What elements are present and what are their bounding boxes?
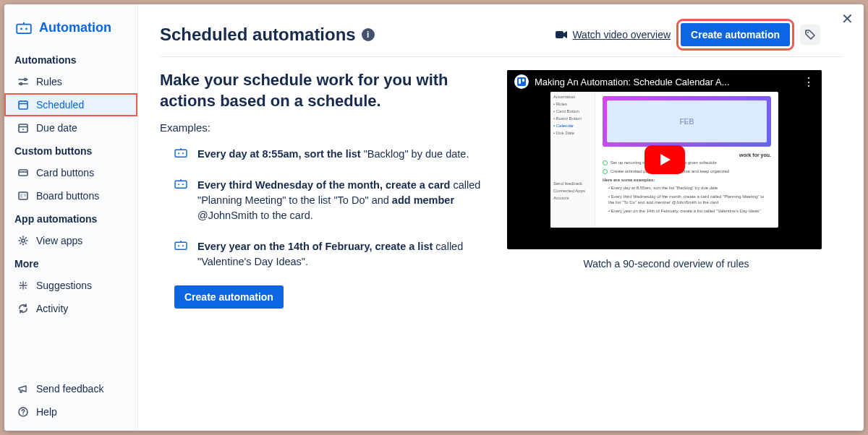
video-preview[interactable]: Automation • Rules • Card Button • Board… [507,70,822,249]
robot-icon [174,179,187,223]
section-app-automations: App automations [4,207,137,229]
example-text: Every third Wednesday of the month, crea… [197,178,485,223]
svg-point-18 [22,239,25,242]
content-left: Make your schedule work for you with act… [160,70,485,309]
svg-rect-6 [19,101,27,109]
kebab-icon[interactable]: ⋮ [803,75,814,89]
svg-point-12 [22,129,24,130]
example-text: Every year on the 14th of February, crea… [197,239,485,270]
divider [160,56,842,57]
sidebar-item-label: Help [36,406,57,418]
video-camera-icon [555,30,568,40]
sidebar: Automation Automations Rules Scheduled D… [4,4,138,431]
watch-video-text[interactable]: Watch video overview [572,29,671,40]
svg-rect-36 [519,79,521,84]
sidebar-item-rules[interactable]: Rules [4,70,137,93]
create-automation-button[interactable]: Create automation [681,23,790,46]
sidebar-item-label: Rules [36,76,62,87]
help-icon [17,406,29,418]
sidebar-item-help[interactable]: Help [4,400,137,423]
sidebar-item-card-buttons[interactable]: Card buttons [4,161,137,184]
video-caption: Watch a 90-second overview of rules [507,258,825,270]
tag-icon[interactable] [800,25,820,45]
sidebar-item-board-buttons[interactable]: Board buttons [4,184,137,207]
example-item: Every third Wednesday of the month, crea… [174,178,485,223]
svg-point-34 [182,245,184,246]
calendar-clock-icon [17,122,29,134]
play-icon[interactable] [644,145,685,174]
svg-rect-23 [175,150,187,157]
sidebar-item-label: View apps [36,235,82,246]
content-right: Automation • Rules • Card Button • Board… [507,70,825,309]
trello-logo-icon [514,74,529,89]
example-text: Every day at 8:55am, sort the list "Back… [197,147,469,162]
svg-point-4 [25,79,27,81]
sidebar-item-scheduled[interactable]: Scheduled [4,93,137,116]
sidebar-item-feedback[interactable]: Send feedback [4,377,137,400]
robot-icon [174,148,187,162]
svg-point-20 [22,414,24,415]
svg-point-2 [20,27,22,30]
example-item: Every year on the 14th of February, crea… [174,239,485,270]
page-header: Scheduled automations i Watch video over… [160,23,842,46]
section-custom-buttons: Custom buttons [4,139,137,161]
refresh-icon [17,303,29,314]
svg-point-3 [25,27,27,30]
svg-point-29 [178,184,179,185]
sidebar-header: Automation [4,14,137,48]
watch-video-link[interactable]: Watch video overview [555,29,671,40]
svg-rect-27 [175,181,187,188]
main-content: ✕ Scheduled automations i Watch video ov… [138,4,864,431]
automation-panel: Automation Automations Rules Scheduled D… [4,4,864,431]
sidebar-item-label: Send feedback [36,383,103,395]
sidebar-item-label: Card buttons [36,167,94,178]
header-actions: Watch video overview Create automation [555,23,820,46]
sidebar-item-due-date[interactable]: Due date [4,116,137,139]
video-subtext: work for you. [603,152,771,158]
sidebar-item-view-apps[interactable]: View apps [4,229,137,252]
video-title: Making An Automation: Schedule Calendar … [535,77,797,87]
sidebar-item-activity[interactable]: Activity [4,297,137,320]
svg-point-26 [182,152,184,154]
example-item: Every day at 8:55am, sort the list "Back… [174,147,485,162]
section-more: More [4,252,137,274]
sidebar-item-label: Scheduled [36,99,84,111]
sidebar-item-suggestions[interactable]: Suggestions [4,274,137,297]
svg-rect-13 [19,170,27,176]
video-banner-text: FEB [680,118,694,126]
examples-label: Examples: [160,121,485,134]
plus-icon [17,280,29,291]
svg-rect-10 [19,124,27,132]
svg-point-22 [807,32,809,33]
sliders-icon [17,76,29,87]
sidebar-item-label: Suggestions [36,280,92,291]
svg-rect-16 [20,194,22,198]
gear-icon [17,235,29,246]
info-icon[interactable]: i [362,28,375,41]
svg-rect-17 [24,194,26,197]
robot-icon [174,241,187,270]
automation-icon [16,22,32,34]
svg-rect-37 [522,79,524,82]
section-automations: Automations [4,48,137,70]
svg-point-25 [178,152,179,154]
content-row: Make your schedule work for you with act… [160,70,842,309]
sidebar-item-label: Board buttons [36,190,99,202]
svg-rect-0 [17,24,31,33]
svg-point-30 [182,184,184,185]
close-icon[interactable]: ✕ [841,12,854,26]
svg-point-5 [20,83,22,85]
svg-rect-35 [517,77,526,86]
megaphone-icon [17,383,29,395]
svg-point-33 [178,245,179,246]
calendar-icon [17,99,29,111]
create-automation-button-secondary[interactable]: Create automation [174,285,284,309]
page-title-text: Scheduled automations [160,25,356,45]
sidebar-brand: Automation [39,20,111,35]
page-title: Scheduled automations i [160,25,375,45]
example-list: Every day at 8:55am, sort the list "Back… [160,147,485,270]
sidebar-item-label: Activity [36,303,68,314]
board-icon [17,190,29,202]
svg-rect-15 [19,192,27,199]
card-icon [17,167,29,178]
